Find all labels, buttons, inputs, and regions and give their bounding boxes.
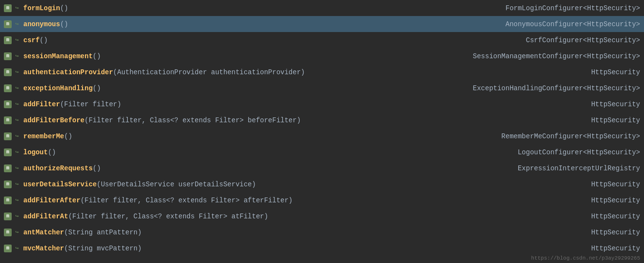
method-badge: m xyxy=(4,213,12,220)
list-item[interactable]: m↪addFilter(Filter filter)HttpSecurity xyxy=(0,96,644,112)
list-item[interactable]: m↪addFilterAfter(Filter filter, Class<? … xyxy=(0,192,644,208)
method-name: mvcMatcher xyxy=(23,245,64,252)
arrow-icon: ↪ xyxy=(14,21,20,28)
method-name: addFilterBefore xyxy=(23,116,85,124)
method-name: exceptionHandling xyxy=(23,84,93,92)
method-name: rememberMe xyxy=(23,132,64,140)
arrow-icon: ↪ xyxy=(14,69,20,76)
method-badge: m xyxy=(4,84,12,92)
method-name: addFilterAfter xyxy=(23,197,81,204)
method-params: (String antPattern) xyxy=(64,229,142,236)
method-badge: m xyxy=(4,164,12,172)
method-name: logout xyxy=(23,148,48,156)
return-type: HttpSecurity xyxy=(581,197,640,204)
return-type: HttpSecurity xyxy=(581,245,640,252)
list-item[interactable]: m↪logout()LogoutConfigurer<HttpSecurity> xyxy=(0,144,644,160)
method-name: addFilter xyxy=(23,100,60,108)
return-type: HttpSecurity xyxy=(581,68,640,76)
method-params: (Filter filter) xyxy=(60,100,121,108)
method-badge: m xyxy=(4,68,12,76)
list-item[interactable]: m↪antMatcher(String antPattern)HttpSecur… xyxy=(0,224,644,240)
method-params: () xyxy=(60,4,68,12)
method-name: antMatcher xyxy=(23,229,64,236)
arrow-icon: ↪ xyxy=(14,37,20,44)
return-type: HttpSecurity xyxy=(581,100,640,108)
return-type: HttpSecurity xyxy=(581,229,640,236)
return-type: LogoutConfigurer<HttpSecurity> xyxy=(508,148,640,156)
return-type: HttpSecurity xyxy=(581,116,640,124)
method-name: anonymous xyxy=(23,20,60,28)
method-params: (AuthenticationProvider authenticationPr… xyxy=(113,68,305,76)
arrow-icon: ↪ xyxy=(14,213,20,220)
method-params: (String mvcPattern) xyxy=(64,245,142,252)
arrow-icon: ↪ xyxy=(14,117,20,124)
return-type: SessionManagementConfigurer<HttpSecurity… xyxy=(463,52,640,60)
list-item[interactable]: m↪csrf()CsrfConfigurer<HttpSecurity> xyxy=(0,32,644,48)
return-type: AnonymousConfigurer<HttpSecurity> xyxy=(496,20,640,28)
method-name: authenticationProvider xyxy=(23,68,113,76)
return-type: FormLoginConfigurer<HttpSecurity> xyxy=(496,4,640,12)
list-item[interactable]: m↪authenticationProvider(AuthenticationP… xyxy=(0,64,644,80)
method-badge: m xyxy=(4,148,12,156)
list-item[interactable]: m↪anonymous()AnonymousConfigurer<HttpSec… xyxy=(0,16,644,32)
list-item[interactable]: m↪formLogin()FormLoginConfigurer<HttpSec… xyxy=(0,0,644,16)
watermark: https://blog.csdn.net/p3ay29299265 xyxy=(531,255,640,261)
method-badge: m xyxy=(4,245,12,252)
list-item[interactable]: m↪addFilterAt(Filter filter, Class<? ext… xyxy=(0,208,644,224)
method-badge: m xyxy=(4,20,12,28)
method-name: csrf xyxy=(23,36,40,44)
method-params: () xyxy=(48,148,56,156)
method-name: formLogin xyxy=(23,4,60,12)
method-badge: m xyxy=(4,52,12,60)
list-item[interactable]: m↪userDetailsService(UserDetailsService … xyxy=(0,176,644,192)
method-badge: m xyxy=(4,181,12,188)
method-params: (Filter filter, Class<? extends Filter> … xyxy=(85,116,301,124)
list-item[interactable]: m↪exceptionHandling()ExceptionHandlingCo… xyxy=(0,80,644,96)
arrow-icon: ↪ xyxy=(14,245,20,252)
method-name: addFilterAt xyxy=(23,213,68,220)
return-type: ExpressionInterceptUrlRegistry xyxy=(508,164,640,172)
arrow-icon: ↪ xyxy=(14,133,20,140)
arrow-icon: ↪ xyxy=(14,181,20,188)
method-params: (Filter filter, Class<? extends Filter> … xyxy=(81,197,293,204)
method-params: (UserDetailsService userDetailsService) xyxy=(97,181,256,188)
list-item[interactable]: m↪sessionManagement()SessionManagementCo… xyxy=(0,48,644,64)
method-params: () xyxy=(93,52,101,60)
arrow-icon: ↪ xyxy=(14,229,20,236)
return-type: CsrfConfigurer<HttpSecurity> xyxy=(516,36,640,44)
method-badge: m xyxy=(4,132,12,140)
list-item[interactable]: m↪authorizeRequests()ExpressionIntercept… xyxy=(0,160,644,176)
return-type: HttpSecurity xyxy=(581,181,640,188)
method-params: () xyxy=(60,20,68,28)
list-item[interactable]: m↪rememberMe()RememberMeConfigurer<HttpS… xyxy=(0,128,644,144)
list-item[interactable]: m↪addFilterBefore(Filter filter, Class<?… xyxy=(0,112,644,128)
method-badge: m xyxy=(4,229,12,236)
method-name: sessionManagement xyxy=(23,52,93,60)
method-params: () xyxy=(40,36,48,44)
return-type: HttpSecurity xyxy=(581,213,640,220)
method-name: authorizeRequests xyxy=(23,164,93,172)
arrow-icon: ↪ xyxy=(14,149,20,156)
method-name: userDetailsService xyxy=(23,181,97,188)
method-badge: m xyxy=(4,197,12,204)
return-type: RememberMeConfigurer<HttpSecurity> xyxy=(491,132,640,140)
arrow-icon: ↪ xyxy=(14,197,20,204)
method-params: (Filter filter, Class<? extends Filter> … xyxy=(68,213,268,220)
autocomplete-list: m↪formLogin()FormLoginConfigurer<HttpSec… xyxy=(0,0,644,263)
method-params: () xyxy=(93,84,101,92)
arrow-icon: ↪ xyxy=(14,165,20,172)
return-type: ExceptionHandlingConfigurer<HttpSecurity… xyxy=(463,84,640,92)
arrow-icon: ↪ xyxy=(14,53,20,60)
method-badge: m xyxy=(4,4,12,12)
method-params: () xyxy=(93,164,101,172)
method-badge: m xyxy=(4,116,12,124)
method-badge: m xyxy=(4,100,12,108)
arrow-icon: ↪ xyxy=(14,101,20,108)
method-badge: m xyxy=(4,36,12,44)
list-item[interactable]: m↪mvcMatcher(String mvcPattern)HttpSecur… xyxy=(0,240,644,256)
method-params: () xyxy=(64,132,72,140)
arrow-icon: ↪ xyxy=(14,85,20,92)
arrow-icon: ↪ xyxy=(14,5,20,12)
